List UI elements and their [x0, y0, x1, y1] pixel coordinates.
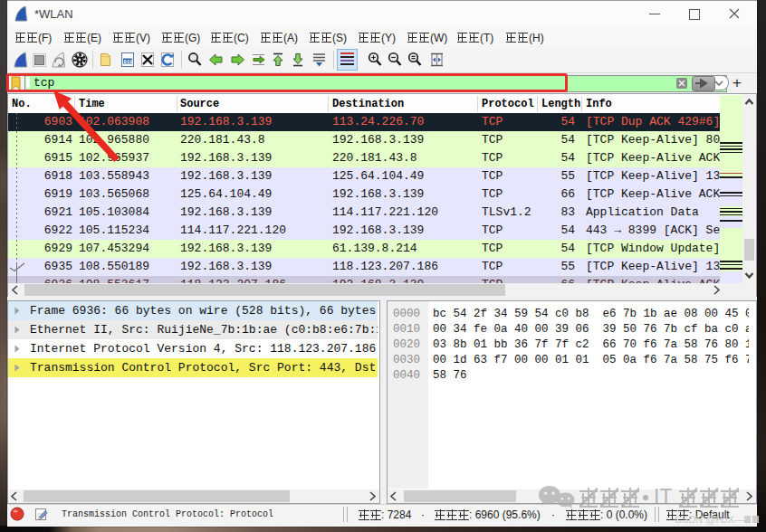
svg-text:010: 010 [123, 59, 132, 65]
